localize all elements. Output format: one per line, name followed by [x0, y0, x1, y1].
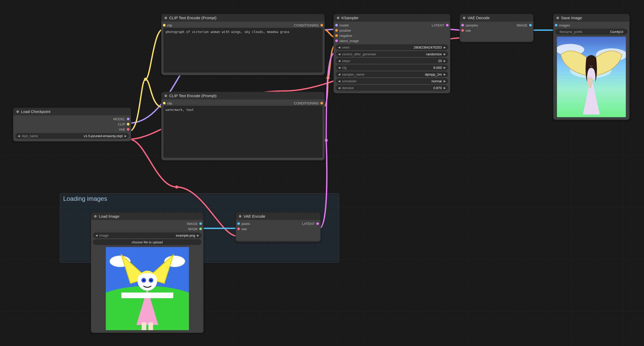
node-load-image[interactable]: Load Image IMAGE MASK ◀ image example.pn… [91, 212, 204, 333]
port-in-images[interactable]: images [555, 23, 592, 28]
port-out-image[interactable]: IMAGE [187, 221, 201, 226]
node-title-text: CLIP Text Encode (Prompt) [169, 94, 216, 98]
port-in-vae[interactable]: vae [462, 28, 497, 33]
chevron-right-icon[interactable]: ▶ [443, 46, 446, 49]
chevron-left-icon[interactable]: ◀ [337, 46, 341, 49]
widget-control-after-generate[interactable]: ◀ control_after_generate randomize ▶ [336, 51, 448, 57]
widget-image-select[interactable]: ◀ image example.png ▶ [93, 232, 201, 238]
collapse-icon[interactable] [165, 95, 167, 97]
node-title[interactable]: Load Checkpoint [13, 108, 131, 115]
chevron-left-icon[interactable]: ◀ [17, 134, 21, 138]
svg-rect-39 [148, 322, 153, 330]
chevron-left-icon[interactable]: ◀ [337, 79, 341, 83]
node-title[interactable]: KSampler [334, 14, 450, 22]
svg-rect-38 [142, 322, 146, 330]
port-in-latent-image[interactable]: latent_image [336, 38, 392, 43]
chevron-right-icon[interactable]: ▶ [443, 73, 446, 76]
svg-point-8 [175, 185, 178, 189]
chevron-left-icon[interactable]: ◀ [337, 52, 341, 56]
port-in-pixels[interactable]: pixels [238, 221, 278, 226]
input-image-preview [93, 247, 201, 330]
node-title-text: Save Image [561, 16, 582, 20]
port-in-clip[interactable]: clip [163, 101, 243, 106]
collapse-icon[interactable] [239, 215, 241, 218]
chevron-right-icon[interactable]: ▶ [443, 79, 446, 83]
widget-filename-prefix[interactable]: filename_prefix ComfyUI [555, 29, 627, 35]
node-ksampler[interactable]: KSampler model positive negative latent_… [333, 14, 450, 94]
svg-point-17 [325, 139, 328, 142]
node-title[interactable]: VAE Decode [460, 14, 533, 22]
node-title[interactable]: Load Image [91, 212, 203, 220]
svg-point-14 [326, 76, 330, 79]
port-out-latent[interactable]: LATENT [432, 23, 448, 28]
svg-point-43 [143, 280, 144, 281]
node-title[interactable]: VAE Encode [236, 212, 320, 220]
chevron-left-icon[interactable]: ◀ [337, 59, 341, 63]
widget-cfg[interactable]: ◀ cfg 8.000 ▶ [336, 65, 448, 70]
node-vae-encode[interactable]: VAE Encode pixels vae LATENT [235, 212, 321, 242]
widget-sampler-name[interactable]: ◀ sampler_name dpmpp_2m ▶ [336, 71, 448, 77]
svg-rect-37 [121, 292, 173, 298]
port-out-latent[interactable]: LATENT [302, 221, 318, 226]
widget-ckpt-name[interactable]: ◀ ckpt_name v1-5-pruned-emaonly.ckpt ▶ [15, 133, 129, 139]
collapse-icon[interactable] [165, 17, 167, 19]
port-out-conditioning[interactable]: CONDITIONING [294, 101, 323, 106]
svg-point-31 [593, 62, 594, 63]
chevron-right-icon[interactable]: ▶ [443, 52, 446, 56]
group-title: Loading images [60, 194, 339, 204]
node-title-text: VAE Decode [468, 16, 490, 20]
port-in-positive[interactable]: positive [336, 28, 392, 33]
widget-scheduler[interactable]: ◀ scheduler normal ▶ [336, 78, 448, 84]
prompt-textarea[interactable]: watermark, text [163, 106, 323, 158]
port-out-conditioning[interactable]: CONDITIONING [294, 23, 323, 28]
node-graph-canvas[interactable]: Loading images [0, 0, 644, 346]
chevron-right-icon[interactable]: ▶ [196, 234, 200, 237]
widget-denoise[interactable]: ◀ denoise 0.870 ▶ [336, 85, 448, 91]
svg-point-4 [144, 78, 147, 81]
port-in-samples[interactable]: samples [462, 23, 497, 28]
svg-point-44 [150, 280, 152, 281]
chevron-left-icon[interactable]: ◀ [337, 66, 341, 69]
port-in-model[interactable]: model [336, 23, 392, 28]
port-out-clip[interactable]: CLIP [118, 122, 129, 127]
node-title[interactable]: CLIP Text Encode (Prompt) [161, 14, 325, 22]
output-image-preview [555, 37, 627, 117]
chevron-right-icon[interactable]: ▶ [443, 59, 446, 63]
node-vae-decode[interactable]: VAE Decode samples vae IMAGE [459, 14, 534, 42]
collapse-icon[interactable] [337, 17, 339, 19]
chevron-left-icon[interactable]: ◀ [337, 86, 341, 90]
port-out-mask[interactable]: MASK [188, 226, 201, 231]
collapse-icon[interactable] [463, 17, 465, 19]
choose-file-button[interactable]: choose file to upload [93, 239, 201, 245]
node-title[interactable]: Save Image [553, 14, 629, 22]
node-title-text: KSampler [341, 16, 359, 20]
chevron-right-icon[interactable]: ▶ [443, 86, 446, 90]
port-in-clip[interactable]: clip [163, 23, 243, 28]
port-in-vae[interactable]: vae [238, 226, 278, 231]
svg-point-30 [589, 62, 590, 63]
node-title-text: Load Checkpoint [21, 109, 50, 114]
chevron-right-icon[interactable]: ▶ [443, 66, 446, 69]
collapse-icon[interactable] [16, 110, 19, 113]
widget-steps[interactable]: ◀ steps 20 ▶ [336, 58, 448, 64]
node-title-text: VAE Encode [244, 214, 265, 218]
port-in-negative[interactable]: negative [336, 33, 392, 38]
prompt-textarea[interactable]: photograph of victorian woman with wings… [163, 28, 323, 72]
chevron-right-icon[interactable]: ▶ [124, 134, 127, 138]
port-out-vae[interactable]: VAE [119, 127, 129, 132]
port-out-image[interactable]: IMAGE [517, 23, 531, 28]
node-load-checkpoint[interactable]: Load Checkpoint MODEL CLIP VAE ◀ [13, 108, 131, 142]
node-title-text: Load Image [99, 214, 119, 218]
node-save-image[interactable]: Save Image images filename_prefix ComfyU… [553, 14, 630, 120]
chevron-left-icon[interactable]: ◀ [337, 73, 341, 76]
port-out-model[interactable]: MODEL [113, 116, 129, 122]
collapse-icon[interactable] [94, 215, 97, 218]
node-title-text: CLIP Text Encode (Prompt) [169, 16, 216, 20]
chevron-left-icon[interactable]: ◀ [95, 234, 98, 237]
node-clip-text-encode-positive[interactable]: CLIP Text Encode (Prompt) clip CONDITION… [161, 14, 325, 75]
node-clip-text-encode-negative[interactable]: CLIP Text Encode (Prompt) clip CONDITION… [161, 92, 325, 161]
collapse-icon[interactable] [556, 17, 559, 19]
widget-seed[interactable]: ◀ seed 280823642470253 ▶ [336, 44, 448, 50]
node-title[interactable]: CLIP Text Encode (Prompt) [161, 92, 325, 99]
